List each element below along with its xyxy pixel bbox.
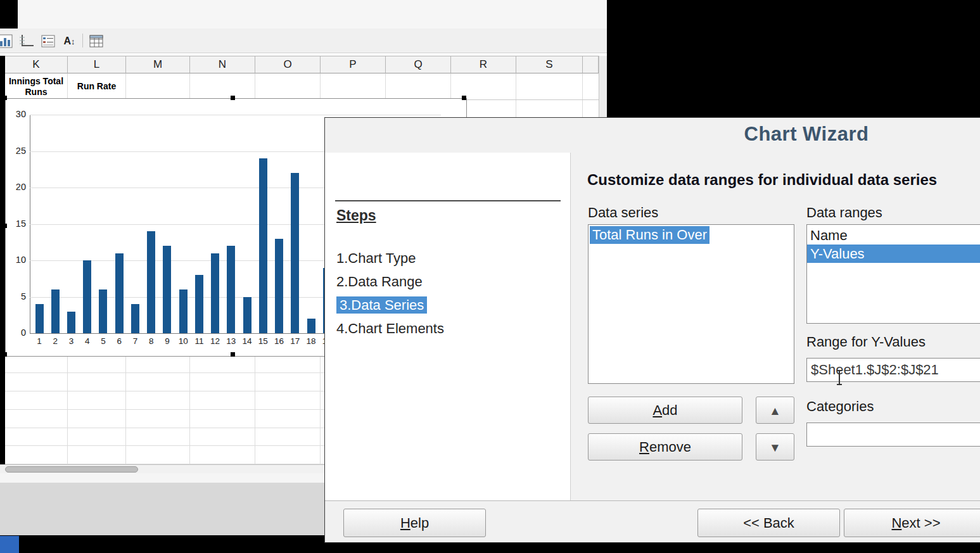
- window-left-crop: [0, 56, 5, 464]
- data-series-listbox[interactable]: Total Runs in Over: [588, 224, 794, 384]
- column-header-k[interactable]: K: [5, 56, 68, 73]
- screen-corner-black: [0, 0, 18, 29]
- chart-bar: [115, 253, 124, 334]
- remove-button[interactable]: Remove: [588, 433, 742, 461]
- column-header-s[interactable]: S: [516, 56, 583, 73]
- selection-handle[interactable]: [231, 96, 235, 100]
- data-series-item-selected[interactable]: Total Runs in Over: [590, 226, 710, 244]
- move-down-button[interactable]: ▼: [756, 433, 794, 461]
- column-header-partial[interactable]: [583, 56, 599, 73]
- step-data-series[interactable]: 3.Data Series: [336, 296, 427, 315]
- chart-bar: [83, 260, 91, 333]
- x-tick-label: 16: [272, 336, 287, 346]
- step-label: 3.Data Series: [336, 296, 427, 314]
- chart-bar: [163, 246, 171, 333]
- y-tick-label: 5: [6, 291, 26, 302]
- column-header-p[interactable]: P: [321, 56, 386, 73]
- y-tick-label: 10: [6, 255, 26, 265]
- chart-bar: [291, 173, 299, 333]
- x-tick-label: 10: [175, 336, 191, 346]
- chart-bar: [179, 289, 188, 333]
- steps-panel: Steps 1.Chart Type 2.Data Range 3.Data S…: [325, 153, 571, 501]
- chart-toolbar: A↕: [0, 29, 607, 53]
- add-button[interactable]: Add: [588, 397, 742, 424]
- column-header-m[interactable]: M: [126, 56, 190, 73]
- x-tick-label: 14: [239, 336, 255, 346]
- chart-bar: [51, 289, 60, 333]
- up-arrow-icon: ▲: [769, 404, 781, 417]
- x-tick-label: 13: [224, 336, 239, 346]
- dialog-heading: Customize data ranges for individual dat…: [587, 171, 980, 189]
- y-tick-label: 15: [6, 219, 26, 229]
- y-tick-label: 20: [6, 182, 26, 192]
- scrollbar-thumb[interactable]: [5, 466, 138, 473]
- chart-bar: [147, 231, 155, 333]
- chart-bar: [243, 297, 251, 334]
- down-arrow-icon: ▼: [769, 441, 781, 454]
- y-tick-label: 25: [6, 146, 26, 156]
- help-button[interactable]: Help: [343, 509, 486, 537]
- data-ranges-label: Data ranges: [806, 205, 882, 221]
- dialog-footer-divider: [325, 500, 980, 501]
- x-tick-label: 1: [32, 336, 47, 346]
- step-chart-elements[interactable]: 4.Chart Elements: [336, 319, 444, 338]
- data-table-icon[interactable]: [87, 32, 105, 49]
- cell-k1[interactable]: Innings Total Runs: [5, 73, 68, 100]
- cell-l1[interactable]: Run Rate: [68, 73, 126, 100]
- data-range-item-yvalues[interactable]: Y-Values: [807, 245, 980, 263]
- axes-grid-icon[interactable]: [18, 32, 35, 49]
- column-header-r[interactable]: R: [451, 56, 516, 73]
- gridline: [30, 115, 441, 115]
- categories-input[interactable]: [806, 423, 980, 447]
- ibeam-cursor: [836, 370, 843, 385]
- column-header-o[interactable]: O: [255, 56, 321, 73]
- range-for-y-values-input[interactable]: [806, 358, 980, 382]
- chart-bar: [227, 246, 235, 333]
- selection-handle[interactable]: [231, 352, 235, 357]
- chart-bar: [275, 239, 283, 334]
- x-tick-label: 4: [80, 336, 95, 346]
- data-series-label: Data series: [588, 205, 658, 221]
- step-data-range[interactable]: 2.Data Range: [336, 272, 423, 291]
- step-label: 2.Data Range: [336, 274, 423, 289]
- legend-icon[interactable]: [39, 32, 56, 49]
- x-tick-label: 9: [160, 336, 175, 346]
- column-header-n[interactable]: N: [190, 56, 255, 73]
- x-tick-label: 6: [111, 336, 127, 346]
- chart-bar: [259, 158, 267, 333]
- x-tick-label: 3: [63, 336, 79, 346]
- chart-wizard-dialog: Chart Wizard Steps 1.Chart Type 2.Data R…: [324, 117, 980, 543]
- y-tick-label: 0: [6, 327, 26, 338]
- steps-heading: Steps: [336, 207, 376, 224]
- toolbar-separator: [82, 34, 83, 48]
- move-up-button[interactable]: ▲: [756, 397, 794, 424]
- column-header-l[interactable]: L: [68, 56, 126, 73]
- step-label: 4.Chart Elements: [336, 321, 444, 336]
- x-tick-label: 18: [303, 336, 319, 346]
- chart-bar: [211, 253, 219, 334]
- back-button[interactable]: << Back: [697, 509, 840, 537]
- chart-bar: [99, 289, 107, 333]
- column-header-q[interactable]: Q: [386, 56, 451, 73]
- data-range-item-name[interactable]: Name: [807, 226, 980, 245]
- window-top-strip: [0, 0, 607, 29]
- chart-bar: [195, 275, 203, 333]
- x-tick-label: 17: [288, 336, 303, 346]
- next-button[interactable]: Next >>: [844, 509, 980, 537]
- y-tick-label: 30: [6, 109, 26, 119]
- selection-handle[interactable]: [462, 96, 466, 100]
- chart-bar: [131, 304, 139, 333]
- step-label: 1.Chart Type: [336, 250, 416, 266]
- chart-bar: [307, 319, 315, 333]
- x-tick-label: 2: [48, 336, 63, 346]
- scale-text-icon[interactable]: A↕: [61, 32, 78, 49]
- step-chart-type[interactable]: 1.Chart Type: [336, 249, 416, 268]
- steps-divider: [335, 200, 561, 201]
- desktop-corner-fragment: [0, 536, 19, 553]
- range-for-y-values-label: Range for Y-Values: [806, 334, 926, 350]
- chart-area-icon[interactable]: [0, 32, 13, 49]
- chart-bar: [67, 312, 75, 334]
- x-tick-label: 12: [208, 336, 223, 346]
- data-ranges-listbox[interactable]: Name Y-Values: [806, 224, 980, 324]
- x-tick-label: 15: [255, 336, 270, 346]
